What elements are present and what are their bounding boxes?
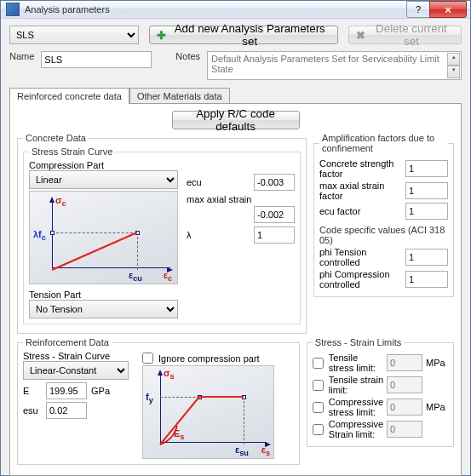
delete-paramset-button: ✖ Delete current set	[348, 26, 462, 44]
svg-marker-5	[158, 370, 163, 376]
dialog-window: Analysis parameters ? × SLS ✚ Add new An…	[0, 0, 471, 476]
compressive-stress-label: Compressive stress limit:	[329, 397, 383, 417]
app-icon	[6, 3, 20, 16]
phi-tension-input[interactable]	[405, 249, 448, 266]
paramset-select[interactable]: SLS	[9, 26, 139, 44]
titlebar: Analysis parameters ? ×	[1, 1, 470, 19]
masf-input[interactable]	[405, 182, 448, 199]
compressive-strain-label: Compressive Strain limit:	[329, 419, 383, 439]
notes-spinner[interactable]: ▴▾	[447, 53, 460, 78]
phi-compression-input[interactable]	[405, 271, 448, 288]
svg-marker-1	[49, 197, 55, 203]
notes-label: Notes	[175, 51, 200, 61]
compressive-stress-input	[387, 399, 422, 416]
tab-reinforced-concrete[interactable]: Reinforced concrete data	[9, 88, 129, 104]
notes-textarea[interactable]: Default Analysis Parameters Set for Serv…	[207, 51, 462, 80]
ecuf-input[interactable]	[405, 203, 448, 220]
ecu-label: ecu	[187, 177, 250, 187]
tensile-stress-label: Tensile stress limit:	[329, 353, 383, 373]
lambda-input[interactable]	[254, 227, 295, 244]
e-unit: GPa	[91, 386, 110, 396]
concrete-data-group: Concrete Data Stress Strain Curve Compre…	[17, 133, 307, 334]
add-paramset-button[interactable]: ✚ Add new Analysis Parameters set	[149, 26, 338, 44]
phi-compression-label: phi Compression controlled	[319, 269, 402, 290]
tensile-stress-check[interactable]	[313, 358, 324, 369]
tension-label: Tension Part	[29, 290, 295, 300]
plus-icon: ✚	[157, 29, 166, 42]
ecuf-label: ecu factor	[319, 206, 402, 216]
help-button[interactable]: ?	[406, 1, 430, 18]
ignore-compression-check[interactable]: Ignore compression part	[142, 353, 274, 364]
amplification-group: Amplification factors due to confinement…	[313, 133, 454, 297]
ampl-legend: Amplification factors due to confinement	[319, 133, 448, 153]
stress-strain-limits-group: Stress - Strain Limits Tensile stress li…	[307, 337, 454, 447]
reinf-ssc-select[interactable]: Linear-Constant	[23, 361, 129, 380]
ssc-legend: Stress Strain Curve	[29, 146, 115, 157]
compressive-stress-check[interactable]	[313, 402, 324, 413]
svg-line-0	[52, 232, 137, 270]
e-label: E	[23, 386, 42, 396]
csf-input[interactable]	[405, 160, 448, 177]
tab-panel: Apply R/C code defaults Concrete Data St…	[9, 103, 462, 476]
tensile-strain-label: Tensile strain limit:	[329, 375, 383, 395]
concrete-legend: Concrete Data	[23, 133, 89, 143]
tensile-strain-input	[387, 376, 422, 393]
apply-defaults-button[interactable]: Apply R/C code defaults	[172, 111, 300, 129]
e-input[interactable]	[46, 382, 87, 399]
maxstrain-input[interactable]	[254, 206, 295, 223]
stress-strain-group: Stress Strain Curve Compression Part Lin…	[23, 146, 301, 324]
maxstrain-label: max axial strain	[187, 194, 251, 204]
reinf-legend: Reinforcement Data	[23, 337, 112, 347]
compression-label: Compression Part	[29, 160, 295, 170]
close-button[interactable]: ×	[429, 1, 467, 18]
lambda-label: λ	[187, 230, 250, 240]
name-label: Name	[9, 51, 34, 61]
limits-legend: Stress - Strain Limits	[313, 337, 404, 347]
name-input[interactable]	[41, 51, 152, 68]
compressive-strain-check[interactable]	[313, 424, 324, 435]
concrete-graph: σc λfc	[29, 191, 178, 284]
csf-label: Concrete strength factor	[319, 158, 402, 179]
tensile-stress-input	[387, 354, 422, 371]
compression-select[interactable]: Linear	[29, 170, 178, 189]
esu-input[interactable]	[46, 402, 87, 419]
esu-label: esu	[23, 405, 42, 416]
compressive-strain-input	[387, 421, 422, 438]
reinforcement-group: Reinforcement Data Stress - Strain Curve…	[17, 337, 300, 465]
ignore-compression-checkbox[interactable]	[142, 353, 153, 364]
tab-other-materials[interactable]: Other Materials data	[129, 88, 230, 104]
masf-label: max axial strain factor	[319, 181, 402, 201]
x-icon: ✖	[356, 29, 365, 42]
tension-select[interactable]: No Tension	[29, 300, 178, 318]
reinf-ssc-label: Stress - Strain Curve	[23, 351, 134, 361]
tensile-strain-check[interactable]	[313, 380, 324, 391]
reinforcement-graph: σs	[142, 365, 274, 459]
code-values-label: Code specific values (ACI 318 05)	[319, 225, 448, 245]
window-title: Analysis parameters	[25, 4, 407, 14]
phi-tension-label: phi Tension controlled	[319, 247, 402, 267]
ecu-input[interactable]	[254, 174, 295, 191]
